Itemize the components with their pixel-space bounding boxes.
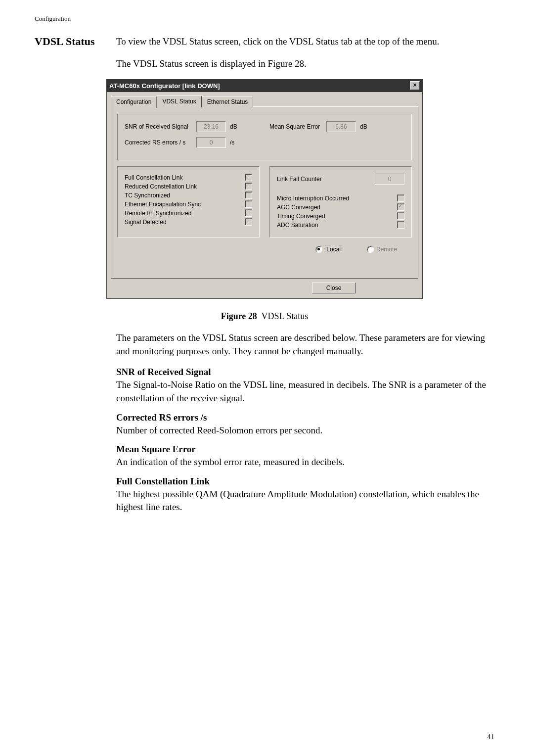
middle-group: Full Constellation Link Reduced Constell…	[117, 166, 412, 237]
mse-unit: dB	[360, 123, 367, 130]
checkbox-adc[interactable]	[397, 221, 404, 229]
radio-remote[interactable]	[367, 246, 374, 253]
snr-value: 23.16	[196, 121, 226, 132]
check-remote-sync: Remote I/F Synchronized	[125, 209, 252, 217]
tab-configuration[interactable]: Configuration	[111, 96, 157, 108]
label-tc: TC Synchronized	[125, 192, 245, 199]
label-enc: Ethernet Encapsulation Sync	[125, 201, 245, 208]
snr-label: SNR of Received Signal	[125, 123, 196, 130]
vdsl-status-dialog: AT-MC60x Configurator [link DOWN] × Conf…	[106, 79, 423, 299]
corrected-label: Corrected RS errors / s	[125, 139, 196, 146]
corrected-value: 0	[196, 137, 226, 148]
label-reduced: Reduced Constellation Link	[125, 183, 245, 190]
check-micro-interrupt: Micro Interruption Occurred	[277, 194, 404, 202]
link-fail-row: Link Fail Counter 0	[277, 174, 404, 185]
main-content: VDSL Status To view the VDSL Status scre…	[0, 23, 534, 514]
check-adc: ADC Saturation	[277, 221, 404, 229]
figure-number: Figure 28	[221, 311, 257, 321]
radio-local[interactable]	[315, 246, 322, 253]
label-remote: Remote I/F Synchronized	[125, 210, 245, 217]
left-checks-group: Full Constellation Link Reduced Constell…	[117, 166, 260, 237]
check-full-constellation: Full Constellation Link	[125, 174, 252, 181]
mse-value: 6.86	[326, 121, 356, 132]
top-group: SNR of Received Signal 23.16 dB Correcte…	[117, 114, 412, 160]
radio-local-label: Local	[325, 245, 342, 253]
intro-text-2: The VDSL Status screen is displayed in F…	[116, 57, 494, 71]
title-row: VDSL Status To view the VDSL Status scre…	[35, 35, 494, 48]
label-adc: ADC Saturation	[277, 222, 397, 229]
check-timing: Timing Converged	[277, 212, 404, 220]
running-header: Configuration	[0, 0, 534, 23]
radio-remote-label: Remote	[376, 246, 397, 253]
heading-mse: Mean Square Error	[116, 444, 494, 455]
heading-corrected: Corrected RS errors /s	[116, 412, 494, 423]
description-para: The parameters on the VDSL Status screen…	[116, 331, 494, 358]
corrected-field: Corrected RS errors / s 0 /s	[125, 137, 260, 148]
dialog-body: Configuration VDSL Status Ethernet Statu…	[106, 92, 423, 299]
figure-caption: Figure 28 VDSL Status	[35, 311, 494, 322]
text-full: The highest possible QAM (Quadrature Amp…	[116, 488, 494, 514]
text-snr: The Signal-to-Noise Ratio on the VDSL li…	[116, 378, 494, 405]
tab-vdsl-status[interactable]: VDSL Status	[157, 95, 201, 107]
checkbox-reduced[interactable]	[245, 183, 252, 190]
label-agc: AGC Converged	[277, 204, 397, 211]
label-signal: Signal Detected	[125, 219, 245, 226]
local-remote-radio: Local Remote	[117, 245, 412, 253]
corrected-unit: /s	[230, 139, 234, 146]
check-tc-sync: TC Synchronized	[125, 191, 252, 199]
close-icon[interactable]: ×	[410, 81, 420, 90]
radio-local-option[interactable]: Local	[315, 245, 342, 253]
text-corrected: Number of corrected Reed-Solomon errors …	[116, 424, 494, 437]
checkbox-remote[interactable]	[245, 209, 252, 217]
check-agc: AGC Converged	[277, 203, 404, 211]
label-timing: Timing Converged	[277, 213, 397, 220]
label-full: Full Constellation Link	[125, 174, 245, 181]
checkbox-agc[interactable]	[397, 203, 404, 211]
checkbox-timing[interactable]	[397, 212, 404, 220]
dialog-title: AT-MC60x Configurator [link DOWN]	[109, 82, 220, 90]
text-mse: An indication of the symbol error rate, …	[116, 456, 494, 469]
link-fail-value: 0	[375, 174, 404, 185]
heading-snr: SNR of Received Signal	[116, 367, 494, 378]
tab-panel: SNR of Received Signal 23.16 dB Correcte…	[111, 106, 418, 279]
check-reduced-constellation: Reduced Constellation Link	[125, 183, 252, 190]
intro-text: To view the VDSL Status screen, click on…	[116, 35, 494, 48]
page-number: 41	[487, 733, 494, 741]
checkbox-signal[interactable]	[245, 218, 252, 226]
checkbox-micro[interactable]	[397, 194, 404, 202]
button-row: Close	[111, 283, 418, 293]
mse-label: Mean Square Error	[269, 123, 326, 130]
checkbox-enc[interactable]	[245, 200, 252, 208]
check-signal-detected: Signal Detected	[125, 218, 252, 226]
radio-remote-option[interactable]: Remote	[367, 245, 397, 253]
mse-field: Mean Square Error 6.86 dB	[269, 121, 404, 132]
heading-full: Full Constellation Link	[116, 476, 494, 487]
close-button[interactable]: Close	[312, 283, 356, 293]
section-heading: VDSL Status	[35, 35, 116, 48]
check-eth-enc: Ethernet Encapsulation Sync	[125, 200, 252, 208]
right-checks-group: Link Fail Counter 0 Micro Interruption O…	[269, 166, 412, 237]
label-micro: Micro Interruption Occurred	[277, 195, 397, 202]
figure-title: VDSL Status	[262, 311, 309, 321]
checkbox-tc[interactable]	[245, 191, 252, 199]
snr-field: SNR of Received Signal 23.16 dB	[125, 121, 260, 132]
snr-unit: dB	[230, 123, 237, 130]
dialog-titlebar: AT-MC60x Configurator [link DOWN] ×	[106, 79, 423, 92]
tab-strip: Configuration VDSL Status Ethernet Statu…	[111, 95, 418, 107]
tab-ethernet-status[interactable]: Ethernet Status	[202, 96, 254, 108]
checkbox-full[interactable]	[245, 174, 252, 181]
link-fail-label: Link Fail Counter	[277, 176, 322, 183]
